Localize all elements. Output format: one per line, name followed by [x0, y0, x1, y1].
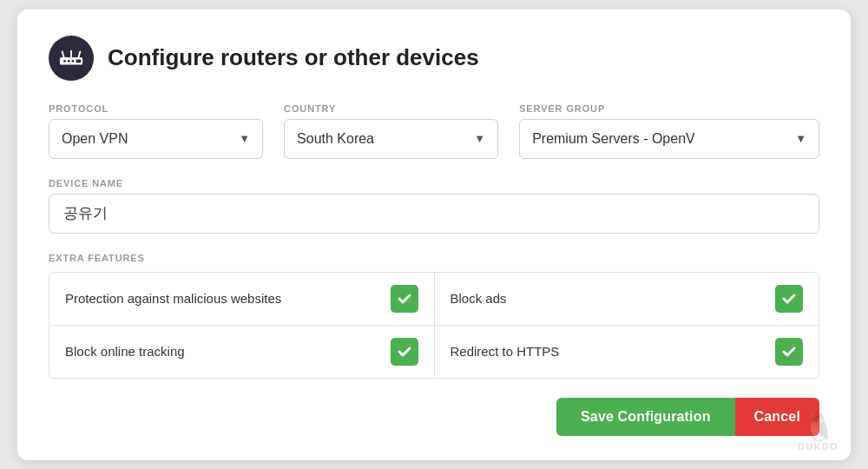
- config-card: Configure routers or other devices PROTO…: [17, 10, 851, 460]
- checkbox-https[interactable]: [775, 338, 803, 366]
- protocol-group: PROTOCOL Open VPN ▼: [49, 103, 263, 159]
- protocol-value: Open VPN: [62, 131, 128, 147]
- device-name-group: DEVICE NAME: [49, 178, 819, 234]
- country-value: South Korea: [297, 131, 374, 147]
- country-dropdown[interactable]: South Korea ▼: [284, 119, 498, 159]
- watermark-icon: 🐧: [801, 413, 836, 441]
- save-button[interactable]: Save Configuration: [556, 398, 735, 436]
- card-header: Configure routers or other devices: [49, 36, 819, 81]
- country-group: COUNTRY South Korea ▼: [284, 103, 498, 159]
- device-name-label: DEVICE NAME: [49, 178, 819, 188]
- svg-point-6: [71, 59, 74, 62]
- server-group-label: SERVER GROUP: [519, 103, 819, 114]
- feature-https: Redirect to HTTPS: [435, 326, 819, 378]
- checkbox-block-ads[interactable]: [775, 285, 803, 313]
- feature-block-ads-label: Block ads: [450, 291, 507, 306]
- feature-tracking: Block online tracking: [49, 326, 435, 378]
- extra-features-section: EXTRA FEATURES Protection against malici…: [49, 253, 819, 379]
- watermark-text: DUKDO: [798, 441, 838, 452]
- protocol-dropdown[interactable]: Open VPN ▼: [49, 119, 263, 159]
- dropdowns-row: PROTOCOL Open VPN ▼ COUNTRY South Korea …: [49, 103, 819, 159]
- svg-point-4: [63, 59, 66, 62]
- actions-row: Save Configuration Cancel: [49, 398, 819, 436]
- feature-malicious: Protection against malicious websites: [49, 273, 435, 325]
- features-grid: Protection against malicious websites Bl…: [49, 272, 819, 379]
- server-group-dropdown[interactable]: Premium Servers - OpenV ▼: [519, 119, 819, 159]
- router-svg: [58, 45, 84, 71]
- svg-rect-7: [76, 59, 82, 63]
- svg-line-3: [78, 51, 80, 57]
- country-arrow-icon: ▼: [474, 132, 485, 145]
- country-label: COUNTRY: [284, 103, 498, 114]
- checkbox-tracking[interactable]: [391, 338, 418, 366]
- feature-block-ads: Block ads: [435, 273, 819, 325]
- watermark: 🐧 DUKDO: [798, 413, 838, 452]
- extra-features-label: EXTRA FEATURES: [49, 253, 819, 263]
- protocol-arrow-icon: ▼: [239, 132, 250, 145]
- page-title: Configure routers or other devices: [108, 44, 479, 71]
- device-name-input[interactable]: [49, 194, 819, 234]
- router-icon: [49, 36, 94, 81]
- server-group-group: SERVER GROUP Premium Servers - OpenV ▼: [519, 103, 819, 159]
- server-group-value: Premium Servers - OpenV: [532, 131, 695, 147]
- feature-tracking-label: Block online tracking: [65, 344, 185, 359]
- feature-https-label: Redirect to HTTPS: [450, 344, 560, 359]
- features-row-2: Block online tracking Redirect to HTTPS: [49, 326, 819, 378]
- checkbox-malicious[interactable]: [391, 285, 418, 313]
- svg-point-5: [68, 59, 70, 62]
- server-group-arrow-icon: ▼: [795, 132, 806, 145]
- feature-malicious-label: Protection against malicious websites: [65, 291, 281, 306]
- protocol-label: PROTOCOL: [49, 103, 263, 114]
- svg-line-1: [62, 51, 64, 57]
- features-row-1: Protection against malicious websites Bl…: [49, 273, 819, 326]
